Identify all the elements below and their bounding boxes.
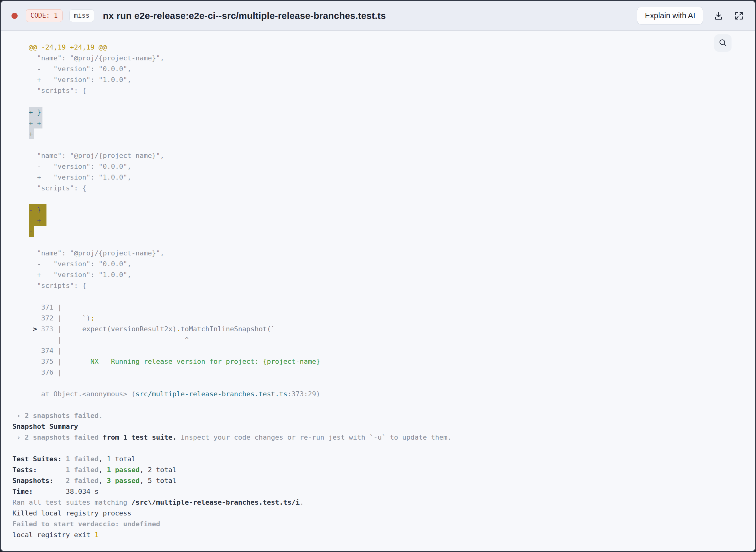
terminal-line: - [12, 226, 755, 237]
terminal-line: 375 | NX Running release version for pro… [12, 356, 755, 367]
terminal-line: "name": "@proj/{project-name}", [12, 53, 755, 63]
terminal-line: Failed to start verdaccio: undefined [12, 519, 755, 529]
terminal-line: "name": "@proj/{project-name}", [12, 248, 755, 259]
terminal-line: - + [12, 215, 755, 226]
terminal-line: Test Suites: 1 failed, 1 total [12, 453, 755, 464]
terminal-line [12, 193, 755, 204]
exit-code-badge: CODE: 1 [26, 9, 63, 22]
terminal-line: "scripts": { [12, 280, 755, 291]
terminal-line: "scripts": { [12, 183, 755, 193]
terminal-line: 371 | [12, 302, 755, 313]
terminal-line: Snapshots: 2 failed, 3 passed, 5 total [12, 475, 755, 486]
explain-with-ai-button[interactable]: Explain with AI [637, 7, 703, 24]
terminal-line: - "version": "0.0.0", [12, 161, 755, 172]
search-log-button[interactable] [714, 34, 732, 52]
terminal-line [12, 443, 755, 453]
terminal-line: local registry exit 1 [12, 529, 755, 540]
log-body: @@ -24,19 +24,19 @@ "name": "@proj/{proj… [1, 31, 755, 551]
terminal-line: + "version": "1.0.0", [12, 172, 755, 183]
terminal-line: @@ -24,19 +24,19 @@ [12, 42, 755, 53]
header-actions: Explain with AI [637, 7, 744, 24]
terminal-line: "scripts": { [12, 85, 755, 96]
task-title: nx run e2e-release:e2e-ci--src/multiple-… [103, 11, 637, 21]
terminal-line: Time: 38.034 s [12, 486, 755, 497]
terminal-line: › 2 snapshots failed. [12, 410, 755, 421]
terminal-line: Snapshot Summary [12, 421, 755, 432]
terminal-line: + "version": "1.0.0", [12, 74, 755, 85]
terminal-line: + + [12, 118, 755, 129]
terminal-line: 376 | [12, 367, 755, 378]
terminal-line: - } [12, 204, 755, 215]
terminal-line [12, 237, 755, 248]
fullscreen-button[interactable] [734, 11, 744, 21]
terminal-line [12, 291, 755, 302]
terminal-line [12, 96, 755, 107]
terminal-line: + [12, 129, 755, 139]
fullscreen-icon [734, 11, 744, 21]
terminal-line: + } [12, 107, 755, 118]
terminal-line [12, 139, 755, 150]
terminal-line: Tests: 1 failed, 1 passed, 2 total [12, 464, 755, 475]
status-dot [11, 13, 18, 19]
terminal-line: 372 | `); [12, 313, 755, 323]
terminal-line: Ran all test suites matching /src\/multi… [12, 497, 755, 508]
terminal-line: - "version": "0.0.0", [12, 259, 755, 269]
terminal-line: Killed local registry process [12, 508, 755, 519]
terminal-line: 374 | [12, 345, 755, 356]
terminal-line: | ^ [12, 334, 755, 345]
terminal-line: at Object.<anonymous> (src/multiple-rele… [12, 389, 755, 399]
download-icon [714, 11, 724, 21]
terminal-line: › 2 snapshots failed from 1 test suite. … [12, 432, 755, 443]
terminal-line: "name": "@proj/{project-name}", [12, 150, 755, 161]
terminal-line: > 373 | expect(versionResult2x).toMatchI… [12, 323, 755, 334]
terminal-line [12, 378, 755, 389]
terminal-line [12, 399, 755, 410]
terminal-line: + "version": "1.0.0", [12, 269, 755, 280]
terminal-output: @@ -24,19 +24,19 @@ "name": "@proj/{proj… [1, 31, 755, 540]
terminal-line: - "version": "0.0.0", [12, 63, 755, 74]
log-viewer-window: CODE: 1 miss nx run e2e-release:e2e-ci--… [0, 0, 756, 552]
cache-miss-badge: miss [70, 9, 95, 22]
header-bar: CODE: 1 miss nx run e2e-release:e2e-ci--… [1, 1, 755, 31]
download-log-button[interactable] [714, 11, 724, 21]
search-icon [718, 38, 728, 48]
